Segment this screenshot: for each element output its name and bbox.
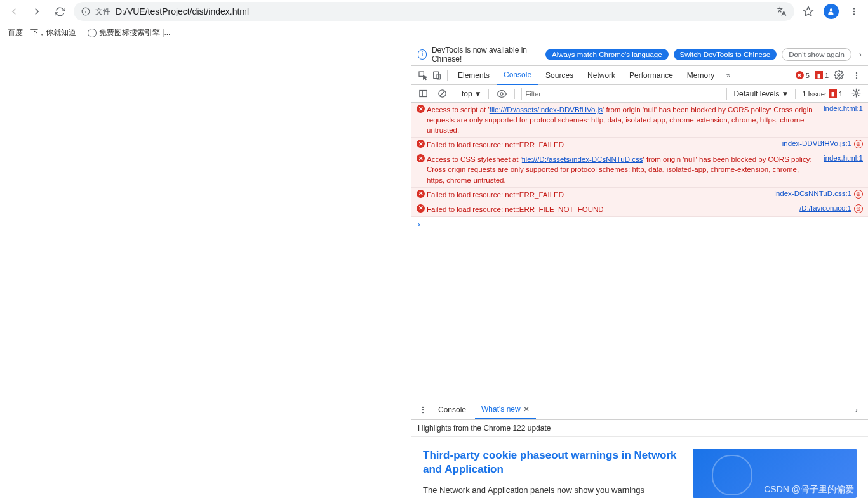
main-area: i DevTools is now available in Chinese! … [0, 43, 868, 498]
bookmarks-bar: 百度一下，你就知道 免费图标搜索引擎 |... [0, 23, 868, 43]
match-language-button[interactable]: Always match Chrome's language [545, 49, 669, 60]
close-icon[interactable]: ✕ [523, 405, 530, 414]
drawer-body: Third-party cookie phaseout warnings in … [411, 437, 868, 498]
info-icon: i [418, 49, 427, 60]
drawer-headline: Highlights from the Chrome 122 update [411, 419, 868, 437]
svg-point-19 [500, 93, 503, 95]
tab-memory[interactable]: Memory [681, 66, 721, 85]
device-icon[interactable] [431, 69, 443, 82]
svg-point-23 [422, 412, 424, 413]
devtools-tabs: Elements Console Sources Network Perform… [411, 66, 868, 85]
error-message-text: Access to script at 'file:///D:/assets/i… [427, 105, 818, 135]
svg-rect-15 [419, 91, 426, 97]
error-count: 5 [806, 72, 810, 79]
info-icon [81, 7, 90, 16]
message-source: index-DDVBfHVo.js:1⊕ [777, 140, 863, 150]
whatsnew-title[interactable]: Third-party cookie phaseout warnings in … [423, 449, 680, 476]
console-settings-icon[interactable] [851, 88, 863, 100]
reload-button[interactable] [51, 3, 69, 20]
kebab-icon[interactable] [417, 403, 429, 416]
tab-network[interactable]: Network [581, 66, 622, 85]
drawer-tabs: Console What's new ✕ › [411, 400, 868, 419]
source-link[interactable]: file:///D:/assets/index-DDVBfHVo.js [490, 106, 603, 114]
warn-count-badge[interactable]: ▮ 1 [815, 71, 829, 79]
console-error-row: ✕Failed to load resource: net::ERR_FAILE… [411, 188, 868, 202]
tab-console[interactable]: Console [497, 66, 538, 85]
menu-button[interactable] [845, 3, 863, 20]
warn-icon: ▮ [815, 71, 823, 79]
globe-icon [88, 29, 97, 37]
network-icon[interactable]: ⊕ [854, 204, 863, 213]
error-message-text: Failed to load resource: net::ERR_FAILED [427, 140, 777, 150]
issues-label: 1 Issue: [802, 90, 827, 98]
network-icon[interactable]: ⊕ [854, 190, 863, 199]
url-text: D:/VUE/testProject/dist/index.html [116, 6, 771, 16]
close-drawer-icon[interactable]: › [850, 403, 863, 416]
close-icon[interactable]: › [859, 50, 862, 59]
divider [455, 89, 455, 99]
kebab-icon[interactable] [850, 69, 863, 82]
console-error-row: ✕Failed to load resource: net::ERR_FAILE… [411, 138, 868, 152]
tab-elements[interactable]: Elements [451, 66, 496, 85]
whatsnew-image: CSDN @骨子里的偏爱 [693, 449, 857, 498]
tab-sources[interactable]: Sources [539, 66, 580, 85]
avatar-icon [824, 4, 839, 19]
svg-point-14 [856, 77, 857, 78]
settings-icon[interactable] [834, 70, 845, 81]
error-icon: ✕ [417, 154, 427, 185]
sidebar-toggle-icon[interactable] [417, 88, 429, 100]
issues-badge[interactable]: 1 Issue: ▮ 1 [802, 89, 843, 98]
devtools-panel: i DevTools is now available in Chinese! … [411, 43, 868, 498]
profile-button[interactable] [822, 3, 840, 20]
divider [488, 89, 489, 99]
console-prompt[interactable]: › [411, 217, 868, 232]
svg-marker-3 [804, 7, 813, 16]
drawer-tab-console[interactable]: Console [432, 400, 472, 419]
clear-console-icon[interactable] [436, 88, 448, 100]
file-link[interactable]: index.html:1 [824, 105, 863, 112]
tab-performance[interactable]: Performance [623, 66, 679, 85]
svg-point-20 [855, 91, 858, 94]
network-icon[interactable]: ⊕ [854, 140, 863, 148]
levels-dropdown[interactable]: Default levels ▼ [733, 89, 789, 98]
dont-show-button[interactable]: Don't show again [782, 48, 851, 61]
issue-icon: ▮ [829, 89, 837, 98]
switch-chinese-button[interactable]: Switch DevTools to Chinese [674, 49, 777, 60]
back-button[interactable] [5, 3, 23, 20]
error-message-text: Access to CSS stylesheet at 'file:///D:/… [427, 154, 818, 185]
message-source: /D:/favicon.ico:1⊕ [794, 204, 863, 214]
source-link[interactable]: file:///D:/assets/index-DCsNNTuD.css [522, 155, 643, 163]
svg-rect-9 [434, 72, 439, 79]
error-count-badge[interactable]: ✕ 5 [796, 71, 810, 79]
file-link[interactable]: /D:/favicon.ico:1 [799, 204, 851, 212]
file-link[interactable]: index.html:1 [824, 154, 863, 162]
address-bar[interactable]: 文件 D:/VUE/testProject/dist/index.html [74, 2, 794, 21]
svg-point-13 [856, 74, 857, 75]
page-content [0, 43, 411, 498]
bookmark-icons[interactable]: 免费图标搜索引擎 |... [88, 27, 170, 38]
translate-icon[interactable] [777, 6, 787, 16]
file-link[interactable]: index-DCsNNTuD.css:1 [774, 190, 851, 197]
inspect-icon[interactable] [417, 69, 429, 82]
divider [795, 89, 796, 99]
watermark-text: CSDN @骨子里的偏爱 [764, 484, 854, 495]
svg-point-11 [838, 74, 840, 76]
forward-button[interactable] [28, 3, 46, 20]
svg-point-5 [853, 8, 855, 10]
file-link[interactable]: index-DDVBfHVo.js:1 [782, 140, 851, 147]
context-label: top [462, 89, 472, 98]
filter-input[interactable] [521, 88, 728, 100]
banner-text: DevTools is now available in Chinese! [432, 46, 540, 63]
error-icon: ✕ [417, 204, 427, 214]
eye-icon[interactable] [495, 88, 508, 100]
levels-label: Default levels [733, 89, 779, 98]
bookmark-baidu[interactable]: 百度一下，你就知道 [8, 27, 76, 38]
context-dropdown[interactable]: top ▼ [462, 89, 482, 98]
drawer-tab-whatsnew[interactable]: What's new ✕ [475, 400, 536, 419]
more-tabs-icon[interactable]: » [722, 69, 735, 82]
star-button[interactable] [799, 3, 817, 20]
error-icon: ✕ [417, 140, 427, 150]
console-empty-area [411, 232, 868, 400]
console-messages: ✕Access to script at 'file:///D:/assets/… [411, 103, 868, 217]
error-icon: ✕ [417, 190, 427, 200]
